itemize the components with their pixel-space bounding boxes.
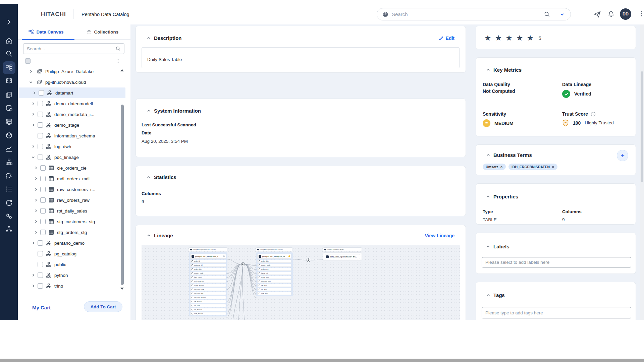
row-checkbox[interactable]: [40, 230, 46, 235]
lineage-group[interactable]: postgres://pg-itn.iot-nova.cloud:30...⌃p…: [256, 247, 293, 296]
chevron-right-icon[interactable]: [33, 166, 39, 170]
edit-button[interactable]: Edit: [439, 36, 454, 41]
chevron-right-icon[interactable]: [31, 91, 37, 95]
tree-item-raw-customers-r-[interactable]: raw_customers_r...: [18, 184, 130, 195]
gears-icon[interactable]: [5, 212, 13, 220]
lineage-column[interactable]: total_sum: [257, 292, 291, 295]
avatar[interactable]: DD: [620, 8, 631, 20]
lineage-hub-node[interactable]: [307, 258, 310, 262]
line-chart-icon[interactable]: [5, 145, 13, 153]
lineage-column[interactable]: item_count: [190, 276, 226, 279]
lineage-column[interactable]: items_cnt: [257, 272, 291, 275]
policy-pages-icon[interactable]: [5, 91, 13, 99]
scroll-down-icon[interactable]: [120, 288, 124, 290]
tree-item-log-dwh[interactable]: log_dwh: [18, 141, 130, 152]
search-icon[interactable]: [5, 50, 13, 58]
bell-icon[interactable]: [607, 10, 615, 18]
lineage-hub-node[interactable]: [241, 262, 245, 266]
lineage-group[interactable]: postgres://pg-itn.iot-nova.cloud:30...⌃p…: [189, 247, 227, 316]
lineage-diagram[interactable]: postgres://pg-itn.iot-nova.cloud:30...⌃p…: [142, 245, 460, 320]
tree-item-pentaho-demo[interactable]: pentaho_demo: [18, 238, 130, 248]
row-checkbox[interactable]: [38, 112, 43, 117]
lineage-group[interactable]: powerbi://PowerBIServer⌃Daily_sales_repo…: [323, 247, 362, 261]
add-term-button[interactable]: +: [617, 150, 628, 161]
sync-icon[interactable]: [5, 199, 13, 207]
tree-item-demo-metadata-i-[interactable]: demo_metadata_i...: [18, 109, 130, 120]
lineage-column[interactable]: order_date: [257, 260, 291, 263]
scroll-up-icon[interactable]: [120, 69, 124, 71]
chevron-down-icon[interactable]: [28, 80, 34, 84]
lineage-column[interactable]: net_sum: [257, 284, 291, 287]
tree-item-pg-itn-iot-nova-cloud[interactable]: pg-itn.iot-nova.cloud: [18, 77, 130, 87]
search-input[interactable]: [392, 11, 544, 17]
row-checkbox[interactable]: [40, 187, 46, 192]
my-cart-link[interactable]: My Cart: [32, 305, 51, 310]
row-checkbox[interactable]: [38, 101, 43, 106]
row-checkbox[interactable]: [40, 197, 46, 203]
collapse-icon[interactable]: [486, 195, 490, 198]
horizontal-scrollbar[interactable]: [0, 359, 644, 362]
row-checkbox[interactable]: [38, 283, 43, 289]
tab-data-canvas[interactable]: Data Canvas: [18, 24, 74, 39]
expand-icon[interactable]: [5, 18, 13, 26]
collapse-icon[interactable]: [486, 245, 490, 248]
chevron-right-icon[interactable]: [30, 241, 36, 245]
star-icon[interactable]: ★: [505, 34, 513, 43]
star-icon[interactable]: ★: [484, 34, 491, 43]
lineage-column[interactable]: discount_rate: [190, 292, 226, 295]
send-icon[interactable]: [593, 10, 601, 18]
row-checkbox[interactable]: [40, 165, 46, 171]
view-lineage-link[interactable]: View Lineage: [425, 233, 454, 238]
tree-item-information-schema[interactable]: information_schema: [18, 130, 130, 141]
chevron-right-icon[interactable]: [33, 209, 39, 213]
chevron-right-icon[interactable]: [30, 112, 36, 116]
info-icon[interactable]: [591, 112, 596, 117]
chevron-right-icon[interactable]: [30, 144, 36, 148]
chevron-right-icon[interactable]: [33, 230, 39, 234]
remove-term-icon[interactable]: ✕: [500, 165, 503, 169]
lineage-group-header[interactable]: powerbi://PowerBIServer⌃: [323, 247, 362, 251]
catalog-book-icon[interactable]: [5, 77, 13, 85]
tree-scrollbar-thumb[interactable]: [121, 105, 124, 285]
tree-item-datamart[interactable]: datamart: [19, 87, 125, 98]
lineage-table-node[interactable]: Daily_sales_report-ef818c84-f5C...: [325, 254, 360, 259]
tree-item-demo-datenmodell[interactable]: demo_datenmodell: [18, 98, 130, 109]
tree-item-raw-orders-raw[interactable]: raw_orders_raw: [18, 195, 130, 205]
home-icon[interactable]: [5, 37, 13, 45]
chevron-right-icon[interactable]: [28, 69, 34, 73]
server-icon[interactable]: [5, 118, 13, 126]
select-all-checkbox[interactable]: [25, 58, 31, 64]
list-icon[interactable]: [5, 185, 13, 193]
lineage-column[interactable]: country_code: [190, 272, 226, 275]
collapse-icon[interactable]: ⌃: [359, 248, 361, 250]
lineage-column[interactable]: order_id: [190, 260, 226, 263]
remove-term-icon[interactable]: ✕: [552, 165, 554, 169]
lineage-column[interactable]: unit_price_eur: [190, 280, 226, 283]
tree-item-stg-customers-stg[interactable]: stg_customers_stg: [18, 216, 130, 227]
lineage-table-node[interactable]: postgres.pdc_lineage.rpt_da...: [257, 254, 291, 259]
data-canvas-icon[interactable]: [3, 61, 15, 74]
tree-item-cle-orders-cle[interactable]: cle_orders_cle: [18, 163, 130, 173]
chevron-down-icon[interactable]: [560, 12, 565, 17]
collapse-icon[interactable]: [486, 68, 490, 72]
tree-item-demo-stage[interactable]: demo_stage: [18, 120, 130, 130]
row-checkbox[interactable]: [38, 144, 43, 149]
row-checkbox[interactable]: [38, 240, 43, 246]
star-rating[interactable]: ★★★★★5: [484, 34, 541, 43]
row-checkbox[interactable]: [38, 251, 43, 256]
tab-collections[interactable]: Collections: [74, 24, 130, 39]
lineage-column[interactable]: tax_amount: [190, 308, 226, 311]
row-checkbox[interactable]: [38, 133, 43, 138]
collapse-icon[interactable]: [486, 293, 490, 297]
row-checkbox[interactable]: [40, 208, 46, 214]
star-icon[interactable]: ★: [495, 34, 502, 43]
lineage-column[interactable]: discount_amount: [190, 296, 226, 299]
row-checkbox[interactable]: [38, 262, 43, 267]
chevron-right-icon[interactable]: [33, 177, 39, 181]
search-icon[interactable]: [544, 11, 550, 17]
row-checkbox[interactable]: [38, 155, 43, 160]
lineage-column[interactable]: total_amount: [190, 312, 226, 315]
row-checkbox[interactable]: [39, 90, 44, 96]
lineage-column[interactable]: tax_sum: [257, 288, 291, 291]
kebab-menu-icon[interactable]: [638, 10, 644, 17]
